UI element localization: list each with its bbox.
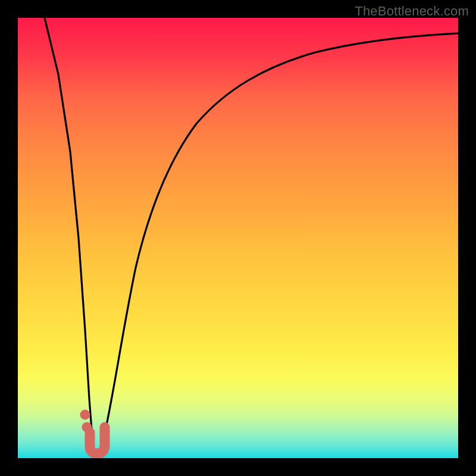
chart-frame: { "watermark": "TheBottleneck.com", "col…	[0, 0, 476, 476]
marker-point-a	[80, 410, 90, 420]
plot-area	[18, 18, 458, 458]
marker-hook	[90, 427, 105, 453]
watermark-text: TheBottleneck.com	[355, 4, 469, 19]
curve-right-branch	[103, 33, 458, 441]
curve-layer	[18, 18, 458, 458]
curve-left-branch	[45, 18, 92, 437]
